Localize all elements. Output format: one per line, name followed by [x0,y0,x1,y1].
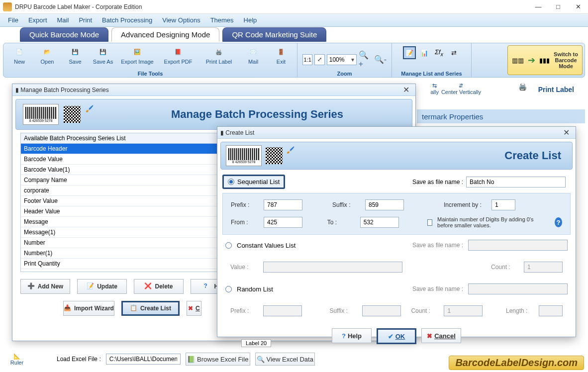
menu-batch[interactable]: Batch Processing [97,15,157,25]
manage-list-icon[interactable]: 📝 [403,46,416,59]
file-tools-caption: File Tools [138,71,163,77]
ruler-button[interactable]: 📐 Ruler [7,353,27,366]
maximize-button[interactable]: □ [548,0,568,13]
create-help-button[interactable]: ?Help [332,328,372,343]
series-excel-icon[interactable]: 📊 [418,46,431,59]
mail-button[interactable]: ✉️Mail [240,44,266,65]
ok-button[interactable]: ✔OK [377,328,416,344]
zoom-out-icon[interactable]: 🔍- [374,55,387,64]
update-button[interactable]: 📝Update [77,279,127,294]
delete-button[interactable]: ❌Delete [134,279,184,294]
rand-filename-input [468,283,568,294]
barcode-icon: ▮▮▮ [539,57,550,64]
cancel-button-partial[interactable]: ✖C [187,301,201,316]
random-section: Prefix : Suffix : Count : Length : [222,299,571,322]
radio-off-icon [225,286,232,292]
new-button[interactable]: 📄New [6,44,32,65]
barcode-preview-icon: ▥▥ [512,57,524,64]
sequential-list-radio[interactable]: Sequential List [222,175,285,189]
ruler-icon: 📐 [13,353,20,360]
menu-themes[interactable]: Themes [205,15,239,25]
zoom-in-icon[interactable]: 🔍+ [359,50,372,69]
maintain-digits-checkbox[interactable] [427,219,432,226]
zoom-expand-icon[interactable]: ⤢ [314,54,324,65]
batch-close-button[interactable]: ✕ [400,85,412,94]
check-icon: ✔ [388,333,393,340]
rand-suffix-input [362,305,401,316]
tab-qr-mode[interactable]: QR Code Marketing Suite [222,27,326,42]
open-button[interactable]: 📂Open [34,44,60,65]
switch-barcode-mode-button[interactable]: ▥▥ ➔ ▮▮▮ Switch toBarcodeMode [507,45,583,75]
radio-off-icon [225,242,232,249]
to-input[interactable] [360,217,399,228]
x-icon: ✖ [188,305,193,312]
center-vertically-button[interactable]: ⇵ Center Vertically [441,83,481,95]
center-horizontally-button[interactable]: ⇆ ally [430,83,439,95]
create-list-button[interactable]: 📋Create List [121,301,180,316]
suffix-input[interactable] [365,199,404,210]
menu-print[interactable]: Print [74,15,97,25]
create-close-button[interactable]: ✕ [560,128,573,137]
minimize-button[interactable]: — [528,0,548,13]
exit-button[interactable]: 🚪Exit [268,44,294,65]
save-button[interactable]: 💾Save [62,44,88,65]
brand-badge: BarcodeLabelDesign.com [449,356,584,370]
load-excel-label: Load Excel File : [57,356,101,363]
filename-input[interactable] [466,177,566,187]
rand-count-input [444,305,483,316]
menu-help[interactable]: Help [239,15,262,25]
import-wizard-button[interactable]: 📥Import Wizard [63,301,114,316]
menubar: File Export Mail Print Batch Processing … [0,14,588,27]
export-image-button[interactable]: 🖼️Export Image [118,44,157,65]
print-label-button[interactable]: 🖨️Print Label [199,44,238,65]
export-pdf-button[interactable]: 📕Export PDF [159,44,197,65]
save-icon: 💾 [69,45,82,58]
constant-list-radio[interactable]: Constant Values List Save as file name : [217,237,576,254]
help-icon[interactable]: ? [555,217,562,227]
brush-icon: 🖌️ [86,105,104,124]
zoom-select[interactable]: 100% [327,54,357,65]
radio-on-icon [228,179,234,185]
app-icon [3,2,12,11]
export-image-icon: 🖼️ [131,45,144,58]
mode-tabs: Quick Barcode Mode Advanced Designing Mo… [0,27,588,42]
saveas-button[interactable]: 💾Save As [90,44,116,65]
prefix-input[interactable] [264,199,302,210]
plus-icon: ➕ [27,282,35,290]
increment-input[interactable] [491,199,515,210]
app-title: DRPU Barcode Label Maker - Corporate Edi… [15,3,528,10]
close-button[interactable]: ✕ [568,0,588,13]
tab-quick-mode[interactable]: Quick Barcode Mode [20,27,108,42]
constant-section: Value : Count : [222,256,571,279]
excel-icon: 📗 [187,356,195,363]
create-list-dialog: ▮ Create List ✕ 8 426539 5278 🖌️ Create … [217,126,576,337]
qr-icon [64,106,81,123]
menu-mail[interactable]: Mail [52,15,74,25]
menu-file[interactable]: File [3,15,23,25]
create-cancel-button[interactable]: ✖Cancel [421,328,461,343]
ribbon-group-zoom: 1:1 ⤢ 100% 🔍+ 🔍- Zoom [297,43,392,77]
random-list-radio[interactable]: Random List Save as file name : [217,280,576,297]
printer-icon: 🖨️ [518,83,535,96]
watermark-properties-strip: termark Properties [417,109,585,123]
sequential-section: Prefix : Suffix : Increment by : From : … [222,193,571,235]
label-chip[interactable]: Label 20 [241,339,271,347]
barcode-icon: 8 426539 5278 [23,104,59,125]
print-label-big-button[interactable]: 🖨️ Print Label [518,83,574,96]
delete-icon: ❌ [144,282,152,290]
from-input[interactable] [264,217,302,228]
series-swap-icon[interactable]: ⇄ [448,46,461,59]
series-fx-icon[interactable]: Σfx [433,46,446,59]
count-input [524,262,563,273]
menu-view[interactable]: View Options [157,15,205,25]
browse-excel-button[interactable]: 📗Browse Excel File [186,353,250,366]
tab-advanced-mode[interactable]: Advanced Designing Mode [111,27,219,42]
view-excel-button[interactable]: 🔍View Excel Data [255,353,315,366]
barcode-small-icon: ▮ [220,129,224,136]
add-new-button[interactable]: ➕Add New [20,279,70,294]
excel-path-input[interactable] [106,354,181,365]
menu-export[interactable]: Export [23,15,52,25]
zoom-fit-icon[interactable]: 1:1 [302,54,312,65]
ribbon-group-series: 📝 📊 Σfx ⇄ Manage List and Series [392,43,472,77]
center-vertical-icon: ⇵ [459,83,463,89]
